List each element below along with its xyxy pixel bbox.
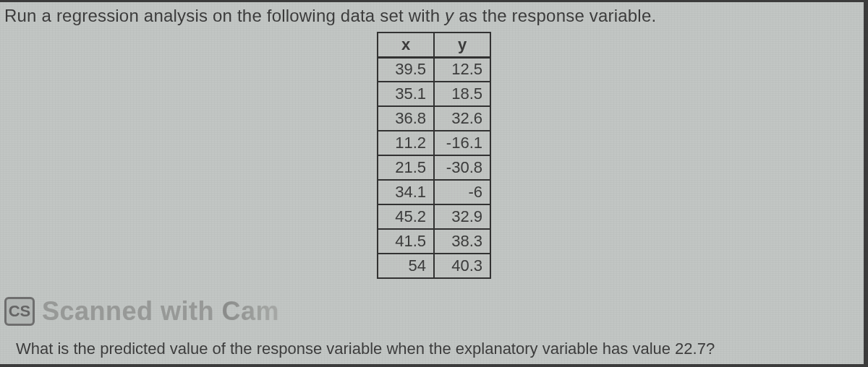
cell-y: 40.3 [434, 254, 490, 278]
cell-x: 45.2 [378, 204, 434, 229]
table-row: 39.5 12.5 [378, 57, 490, 82]
table-row: 35.1 18.5 [378, 82, 490, 106]
cell-y: 18.5 [434, 82, 490, 106]
cell-y: 12.5 [434, 57, 490, 82]
col-header-x: x [378, 33, 434, 57]
table-header-row: x y [378, 33, 490, 57]
table-row: 36.8 32.6 [378, 106, 490, 131]
question-line: What is the predicted value of the respo… [16, 340, 715, 358]
watermark-main: Scanned with [42, 296, 222, 326]
table-row: 41.5 38.3 [378, 229, 490, 254]
cell-y: -30.8 [434, 155, 490, 180]
cell-y: 32.6 [434, 106, 490, 131]
watermark-badge-icon: CS [4, 297, 35, 326]
cell-x: 36.8 [378, 106, 434, 131]
instruction-var: y [445, 6, 454, 25]
table-row: 21.5 -30.8 [378, 155, 490, 180]
cell-y: 32.9 [434, 204, 490, 229]
instruction-post: as the response variable. [454, 6, 656, 25]
table-row: 54 40.3 [378, 254, 490, 278]
data-table-wrap: x y 39.5 12.5 35.1 18.5 36.8 32.6 11.2 -… [0, 32, 868, 279]
watermark-fade: Cam [222, 296, 280, 326]
cell-x: 34.1 [378, 180, 434, 204]
cell-x: 11.2 [378, 131, 434, 155]
cell-y: -16.1 [434, 131, 490, 155]
table-row: 45.2 32.9 [378, 204, 490, 229]
cell-x: 39.5 [378, 57, 434, 82]
cell-x: 41.5 [378, 229, 434, 254]
cell-x: 35.1 [378, 82, 434, 106]
table-row: 34.1 -6 [378, 180, 490, 204]
cell-y: 38.3 [434, 229, 490, 254]
cell-y: -6 [434, 180, 490, 204]
scan-watermark: CS Scanned with Cam [4, 296, 279, 327]
table-row: 11.2 -16.1 [378, 131, 490, 155]
instruction-line: Run a regression analysis on the followi… [0, 0, 868, 26]
col-header-y: y [434, 33, 490, 57]
cell-x: 54 [378, 254, 434, 278]
watermark-text: Scanned with Cam [42, 296, 279, 327]
data-table: x y 39.5 12.5 35.1 18.5 36.8 32.6 11.2 -… [377, 32, 491, 279]
cell-x: 21.5 [378, 155, 434, 180]
instruction-pre: Run a regression analysis on the followi… [4, 6, 445, 25]
